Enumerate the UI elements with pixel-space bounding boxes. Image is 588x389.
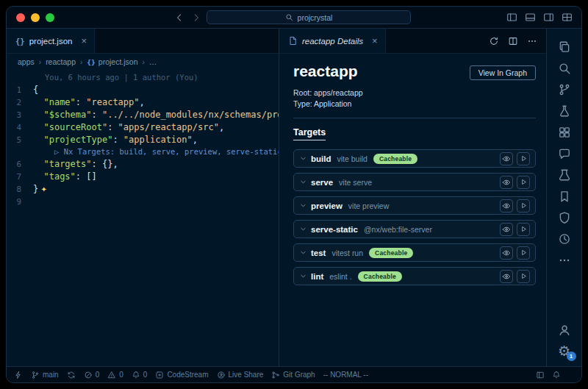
project-title: reactapp [293,63,358,80]
beaker-icon[interactable] [547,164,582,185]
flask-icon[interactable] [547,100,582,121]
back-icon[interactable] [174,13,184,23]
more-actions-icon[interactable] [527,36,537,46]
target-row[interactable]: buildvite buildCacheable [293,149,536,168]
target-actions [500,223,530,236]
status-notifications[interactable] [552,371,561,379]
code-text: } ✦ [33,183,47,196]
chevron-down-icon[interactable] [299,225,307,233]
status-warnings[interactable]: 0 [107,371,123,379]
tab-project-json[interactable]: {} project.json × [7,29,95,53]
refresh-icon[interactable] [489,36,499,46]
chevron-down-icon[interactable] [299,154,307,163]
json-file-icon: {} [15,37,25,46]
target-row[interactable]: previewvite preview [293,196,536,215]
command-center[interactable]: projcrystal [207,10,411,24]
minimize-window-button[interactable] [31,13,40,22]
run-target-button[interactable] [517,199,530,213]
code-line[interactable]: 7 "tags": [] [7,171,279,183]
target-row[interactable]: servevite serve [293,173,536,191]
search-icon [285,13,293,21]
status-sync[interactable] [67,371,76,379]
titlebar: projcrystal [7,7,581,29]
split-editor-icon[interactable] [508,36,518,46]
close-tab-icon[interactable]: × [81,36,87,46]
code-line[interactable]: 6 "targets": {}, [7,158,279,171]
bookmark-icon[interactable] [547,185,582,207]
code-line[interactable]: 3 "$schema": "../../node_modules/nx/sche… [7,109,279,121]
more-icon[interactable] [547,249,582,271]
status-label: 0 [143,371,148,379]
history-icon[interactable] [547,228,582,249]
chevron-down-icon[interactable] [299,272,307,280]
target-row[interactable]: linteslint .Cacheable [293,267,536,285]
status-alerts[interactable]: 0 [132,371,148,379]
breadcrumb-item[interactable]: … [149,57,157,66]
zoom-window-button[interactable] [46,13,54,22]
chevron-down-icon[interactable] [299,178,307,186]
status-git-graph[interactable]: Git Graph [271,371,315,379]
shield-icon[interactable] [547,207,582,228]
target-command: vite serve [339,178,372,187]
chevron-down-icon[interactable] [299,249,307,257]
code-line[interactable]: 2 "name": "reactapp", [7,96,279,109]
breadcrumb-item[interactable]: apps [18,57,35,66]
tab-reactapp-details[interactable]: reactapp Details × [279,29,386,53]
breadcrumb-item[interactable]: reactapp [46,57,76,66]
run-target-button[interactable] [517,152,530,165]
view-target-button[interactable] [500,246,513,260]
breadcrumb-separator: › [143,58,145,66]
account-icon[interactable] [547,319,582,340]
code-line[interactable]: 4 "sourceRoot": "apps/reactapp/src", [7,121,279,134]
target-row[interactable]: testvitest runCacheable [293,243,536,262]
status-live-share[interactable]: Live Share [217,371,264,379]
run-target-button[interactable] [517,246,530,260]
run-target-button[interactable] [517,176,530,189]
toggle-sidebar-left-icon[interactable] [506,12,517,23]
status-editor-layout[interactable] [536,371,545,379]
target-command: eslint . [329,272,351,281]
close-tab-icon[interactable]: × [372,36,378,46]
run-target-button[interactable] [517,270,530,283]
code-line[interactable]: 8} ✦ [7,183,279,196]
view-target-button[interactable] [500,270,513,283]
files-icon[interactable] [547,36,582,57]
zap-icon [14,371,23,379]
forward-icon[interactable] [191,13,201,23]
view-target-button[interactable] [500,223,513,236]
project-type: Type: Application [293,99,536,110]
layout-controls [506,12,573,23]
status-codestream[interactable]: CodeStream [155,371,208,379]
chat-icon[interactable] [547,143,582,164]
editor-actions [489,29,546,53]
line-number: 1 [7,84,33,96]
customize-layout-icon[interactable] [562,12,573,23]
run-target-button[interactable] [517,223,530,236]
view-in-graph-button[interactable]: View In Graph [470,65,536,80]
view-target-button[interactable] [500,176,513,189]
nx-targets-codelens[interactable]: ▷ Nx Targets: build, serve, preview, ser… [7,146,279,158]
status-branch[interactable]: main [31,371,59,379]
editor-group-left: {} project.json × apps›reactapp›{}projec… [7,29,279,366]
gitlens-blame-lens[interactable]: You, 6 hours ago | 1 author (You) [7,72,279,84]
status-errors[interactable]: 0 [84,371,100,379]
tabbar-right: reactapp Details × [279,29,546,54]
code-area[interactable]: You, 6 hours ago | 1 author (You)1{2 "na… [7,70,279,366]
code-line[interactable]: 9 [7,196,279,208]
view-target-button[interactable] [500,199,513,213]
view-target-button[interactable] [500,152,513,165]
target-row[interactable]: serve-static@nx/web:file-server [293,220,536,238]
status-vim-mode[interactable]: -- NORMAL -- [323,371,368,379]
code-line[interactable]: 1{ [7,84,279,96]
toggle-sidebar-right-icon[interactable] [543,12,554,23]
source-control-icon[interactable] [547,79,582,100]
toggle-panel-icon[interactable] [525,12,536,23]
breadcrumb-item[interactable]: {}project.json [87,57,137,66]
status-remote[interactable] [14,371,23,379]
chevron-down-icon[interactable] [299,201,307,210]
search-icon[interactable] [547,57,582,79]
close-window-button[interactable] [16,13,25,22]
extensions-icon[interactable] [547,121,582,143]
code-line[interactable]: 5 "projectType": "application", [7,134,279,146]
settings-icon[interactable]: ⚙1 [547,340,582,362]
